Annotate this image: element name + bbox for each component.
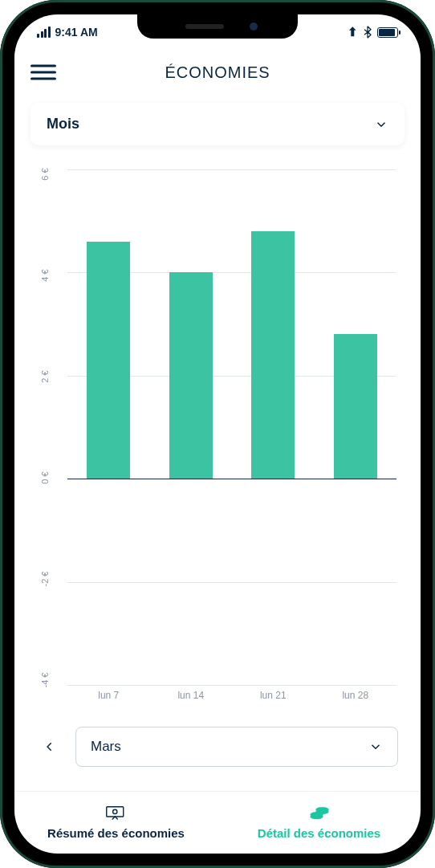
tab-detail-label: Détail des économies xyxy=(258,826,380,840)
svg-point-5 xyxy=(315,807,328,812)
tab-summary-label: Résumé des économies xyxy=(47,826,185,840)
x-axis-tick: lun 21 xyxy=(249,690,297,709)
nav-header: ÉCONOMIES xyxy=(14,50,421,95)
coins-icon xyxy=(308,805,331,823)
chevron-down-icon xyxy=(368,740,383,754)
y-axis-tick: 6 € xyxy=(40,160,50,189)
savings-bar-chart: 6 €4 €2 €0 €-2 €-4 € lun 7lun 14lun 21lu… xyxy=(30,161,405,717)
y-axis-tick: 4 € xyxy=(40,261,50,290)
screen: 9:41 AM ⬆ ÉCONOMIES Mois 6 €4 €2 €0 €-2 … xyxy=(14,14,421,854)
chart-bar xyxy=(334,334,377,479)
y-axis-tick: -4 € xyxy=(40,666,50,695)
signal-icon xyxy=(37,26,51,38)
period-dropdown-label: Mois xyxy=(47,116,79,132)
x-axis-tick: lun 7 xyxy=(84,690,132,709)
bluetooth-icon: ⬆ xyxy=(348,25,358,39)
prev-month-button[interactable] xyxy=(37,734,63,760)
x-axis-tick: lun 28 xyxy=(331,690,380,709)
status-time: 9:41 AM xyxy=(55,26,98,39)
chart-bar xyxy=(87,242,130,479)
bottom-tab-bar: Résumé des économies Détail des économie… xyxy=(14,791,421,854)
chevron-down-icon xyxy=(374,117,388,132)
chart-bar xyxy=(251,231,295,479)
period-dropdown[interactable]: Mois xyxy=(30,103,405,145)
y-axis-tick: -2 € xyxy=(40,564,50,593)
month-dropdown[interactable]: Mars xyxy=(75,727,398,767)
bluetooth-icon xyxy=(363,26,372,39)
tab-summary[interactable]: Résumé des économies xyxy=(14,792,218,854)
banknote-icon xyxy=(105,805,128,823)
chart-gridline xyxy=(67,685,396,686)
notch xyxy=(137,14,298,39)
y-axis-tick: 2 € xyxy=(40,362,50,391)
x-axis-tick: lun 14 xyxy=(167,690,215,709)
chart-bar xyxy=(169,272,213,479)
tab-detail[interactable]: Détail des économies xyxy=(218,792,421,854)
month-dropdown-label: Mars xyxy=(91,739,121,755)
y-axis-tick: 0 € xyxy=(40,463,50,492)
month-navigation: Mars xyxy=(30,717,405,783)
battery-icon xyxy=(377,27,398,38)
svg-rect-0 xyxy=(106,807,123,817)
phone-frame: 9:41 AM ⬆ ÉCONOMIES Mois 6 €4 €2 €0 €-2 … xyxy=(0,0,435,868)
svg-point-1 xyxy=(112,809,116,813)
page-title: ÉCONOMIES xyxy=(165,63,270,82)
menu-icon[interactable] xyxy=(30,61,56,84)
